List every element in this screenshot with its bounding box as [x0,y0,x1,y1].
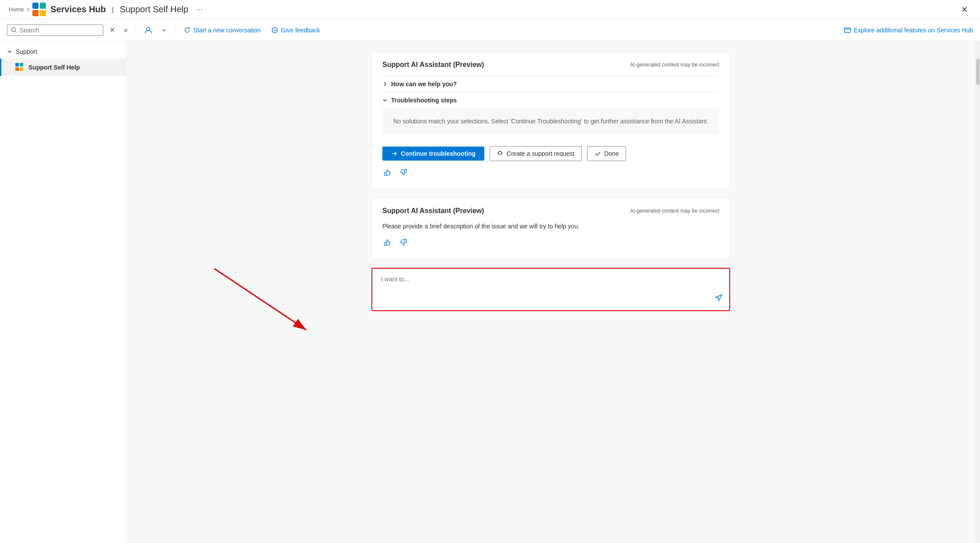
close-button[interactable]: ✕ [958,3,971,16]
input-card[interactable] [371,268,730,311]
clear-search-button[interactable]: ✕ [107,24,118,36]
toolbar: ✕ « Start a new conversation Give feedba… [0,19,980,41]
explore-features-link[interactable]: Explore additional features on Services … [844,26,973,34]
svg-rect-8 [498,153,499,154]
section1-header-label: How can we help you? [391,81,457,88]
new-conversation-label: Start a new conversation [193,27,261,34]
done-label: Done [604,150,619,157]
card2-title: Support AI Assistant (Preview) [382,207,484,215]
svg-point-5 [275,29,276,30]
chevron-down-icon [7,49,12,54]
done-button[interactable]: Done [587,146,626,161]
message-input[interactable] [381,276,721,302]
accordion-how-help-header[interactable]: How can we help you? [382,81,719,88]
section2-header-label: Troubleshooting steps [391,97,457,104]
svg-point-0 [11,28,15,32]
scrollbar[interactable] [975,41,980,543]
give-feedback-button[interactable]: Give feedback [268,25,324,35]
give-feedback-label: Give feedback [281,27,320,34]
sidebar-group-support[interactable]: Support [0,45,126,59]
breadcrumb-home[interactable]: Home [9,6,24,13]
card2-disclaimer: AI-generated content may be incorrect [630,208,719,214]
thumbs-up-icon [383,168,392,177]
toolbar-separator-2 [175,25,175,35]
sidebar-item-label: Support Self Help [28,64,80,71]
accordion-how-help: How can we help you? [382,76,719,92]
card2-feedback-row [382,237,719,250]
svg-point-2 [147,27,150,31]
thumbs-up-button-2[interactable] [382,237,393,250]
svg-point-4 [273,29,274,30]
svg-rect-9 [501,153,502,154]
action-buttons-row: Continue troubleshooting Create a suppor… [382,146,719,161]
checkmark-icon [595,151,601,157]
ai-card-2: Support AI Assistant (Preview) AI-genera… [371,198,730,259]
dropdown-button[interactable] [159,26,169,35]
feedback-icon [271,27,278,34]
toolbar-separator-1 [136,25,136,35]
app-subtitle: Support Self Help [120,4,189,14]
create-support-request-button[interactable]: Create a support request [490,146,582,161]
svg-rect-6 [844,28,850,32]
explore-icon [844,26,851,34]
thumbs-down-button-2[interactable] [398,237,409,250]
app-title-area: Services Hub | Support Self Help ··· [32,3,958,16]
card1-feedback-row [382,167,719,180]
top-bar: Home > Services Hub | Support Self Help … [0,0,980,19]
home-link[interactable]: Home [9,6,24,13]
accordion-troubleshooting-header[interactable]: Troubleshooting steps [382,97,719,104]
sidebar-item-icon [15,63,24,72]
headset-icon [497,151,503,157]
explore-label: Explore additional features on Services … [854,27,973,34]
svg-point-3 [272,28,277,33]
send-button[interactable] [714,293,723,304]
sidebar-item-support-self-help[interactable]: Support Self Help [0,59,126,76]
sidebar-group-label: Support [16,48,37,55]
continue-label: Continue troubleshooting [401,150,476,157]
refresh-icon [184,27,191,34]
card2-header: Support AI Assistant (Preview) AI-genera… [382,207,719,215]
user-profile-button[interactable] [141,24,155,36]
thumbs-up-button-1[interactable] [382,167,393,180]
thumbs-down-button-1[interactable] [398,167,409,180]
card1-disclaimer: AI-generated content may be incorrect [630,62,719,68]
chevron-down-icon [161,28,167,33]
svg-line-1 [15,31,16,32]
app-title-text: Services Hub [50,4,106,14]
breadcrumb-separator: > [27,6,30,13]
thumbs-down-icon [399,238,408,247]
back-navigation-button[interactable]: « [121,25,130,36]
ai-card-1: Support AI Assistant (Preview) AI-genera… [371,52,730,189]
new-conversation-button[interactable]: Start a new conversation [180,25,264,35]
scrollbar-thumb[interactable] [976,59,980,85]
search-box[interactable] [7,25,103,36]
ellipsis-button[interactable]: ··· [192,3,206,16]
content-area: Support AI Assistant (Preview) AI-genera… [127,41,975,543]
continue-troubleshooting-button[interactable]: Continue troubleshooting [382,147,484,161]
thumbs-down-icon [399,168,408,177]
search-input[interactable] [20,27,90,34]
sidebar: Support Support Self Help [0,41,127,543]
chevron-right-icon [382,81,388,87]
card1-title: Support AI Assistant (Preview) [382,61,484,69]
chevron-down-icon [382,98,388,103]
create-support-label: Create a support request [507,150,574,157]
arrow-right-icon [391,151,397,157]
card2-description: Please provide a brief description of th… [382,222,719,231]
title-divider: | [112,6,114,13]
svg-line-11 [214,269,306,330]
card1-header: Support AI Assistant (Preview) AI-genera… [382,61,719,69]
troubleshooting-text: No solutions match your selections. Sele… [391,117,710,126]
user-icon [144,26,153,35]
thumbs-up-icon [383,238,392,247]
search-icon [11,27,17,33]
send-icon [714,293,723,302]
main-layout: Support Support Self Help Support AI Ass… [0,41,980,543]
accordion-troubleshooting: Troubleshooting steps No solutions match… [382,92,719,139]
app-logo [32,3,46,16]
troubleshooting-content: No solutions match your selections. Sele… [382,108,719,135]
